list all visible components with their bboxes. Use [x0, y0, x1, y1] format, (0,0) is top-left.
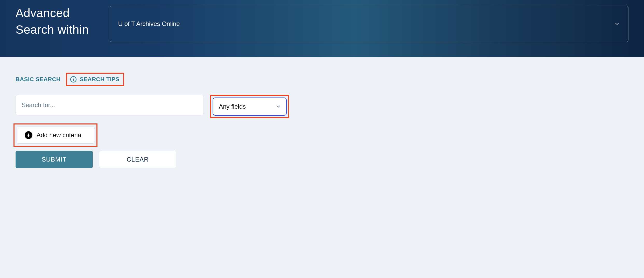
- search-scope-select[interactable]: U of T Archives Online: [110, 6, 628, 42]
- advanced-search-banner: Advanced Search within U of T Archives O…: [0, 0, 644, 57]
- submit-button-label: SUBMIT: [42, 156, 67, 163]
- clear-button[interactable]: CLEAR: [99, 151, 176, 168]
- banner-title-line2: Search within: [16, 21, 89, 38]
- action-row: SUBMIT CLEAR: [16, 151, 628, 168]
- field-select[interactable]: Any fields: [213, 98, 287, 116]
- banner-title-line1: Advanced: [16, 5, 89, 21]
- info-icon: [70, 76, 77, 83]
- svg-point-2: [73, 78, 74, 78]
- tab-row: BASIC SEARCH SEARCH TIPS: [16, 73, 628, 86]
- basic-search-link[interactable]: BASIC SEARCH: [16, 76, 60, 83]
- search-form-area: BASIC SEARCH SEARCH TIPS Any fields: [0, 57, 644, 178]
- chevron-down-icon: [614, 21, 620, 27]
- banner-title: Advanced Search within: [16, 5, 89, 38]
- submit-button[interactable]: SUBMIT: [16, 151, 93, 168]
- criteria-row: Any fields: [16, 95, 628, 118]
- search-scope-value: U of T Archives Online: [118, 20, 180, 27]
- add-criteria-highlight: Add new criteria: [13, 123, 97, 147]
- field-select-value: Any fields: [219, 103, 246, 110]
- add-criteria-button[interactable]: Add new criteria: [17, 127, 94, 144]
- search-tips-highlight: SEARCH TIPS: [66, 73, 124, 86]
- chevron-down-icon: [275, 104, 281, 109]
- plus-circle-icon: [25, 131, 32, 139]
- search-tips-link[interactable]: SEARCH TIPS: [80, 76, 119, 83]
- add-criteria-label: Add new criteria: [37, 131, 81, 139]
- clear-button-label: CLEAR: [127, 156, 149, 163]
- field-select-highlight: Any fields: [210, 95, 289, 118]
- search-input[interactable]: [16, 95, 204, 115]
